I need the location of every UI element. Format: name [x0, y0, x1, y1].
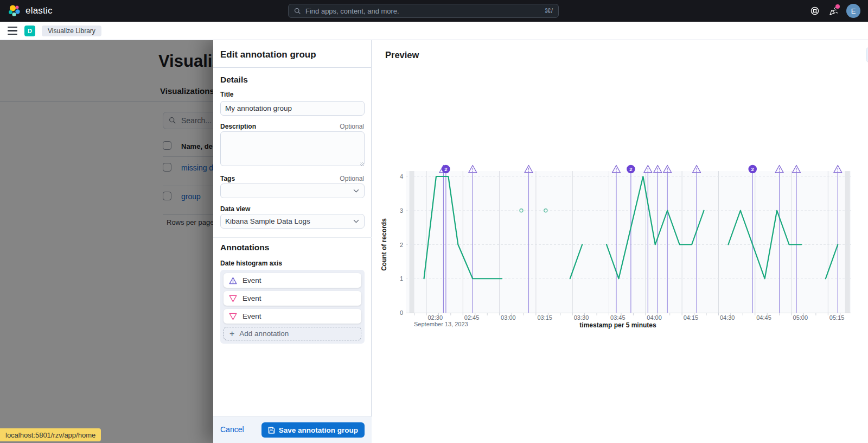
title-field[interactable]: [220, 101, 365, 116]
svg-text:05:00: 05:00: [793, 314, 808, 321]
description-optional: Optional: [340, 123, 364, 130]
svg-text:03:15: 03:15: [537, 314, 552, 321]
svg-text:2: 2: [444, 166, 447, 172]
divider: [213, 237, 372, 238]
avatar[interactable]: E: [846, 4, 860, 18]
screen: elastic Find apps, content, and more. ⌘/: [0, 0, 868, 443]
svg-text:0: 0: [400, 309, 403, 316]
annotations-list: Event Event Event + Add annotation: [220, 270, 365, 344]
svg-text:04:15: 04:15: [684, 314, 699, 321]
svg-text:2: 2: [400, 242, 403, 248]
global-search-input[interactable]: Find apps, content, and more. ⌘/: [288, 4, 559, 18]
svg-text:03:45: 03:45: [610, 314, 626, 321]
preview-panel: Preview Sep 13, 20 →: [372, 40, 868, 443]
annotation-label: Event: [242, 294, 261, 302]
save-annotation-group-button[interactable]: Save annotation group: [261, 422, 365, 438]
svg-text:04:30: 04:30: [720, 314, 735, 321]
top-header: elastic Find apps, content, and more. ⌘/: [0, 0, 868, 22]
data-view-select[interactable]: [220, 214, 365, 229]
details-heading: Details: [220, 75, 248, 85]
axis-label: Date histogram axis: [220, 260, 282, 267]
help-icon[interactable]: [809, 5, 820, 16]
search-shortcut: ⌘/: [545, 7, 553, 15]
svg-text:2: 2: [629, 166, 632, 172]
description-field[interactable]: [220, 131, 365, 166]
svg-text:02:45: 02:45: [464, 314, 480, 321]
svg-text:03:00: 03:00: [501, 314, 516, 321]
svg-text:Count of records: Count of records: [380, 218, 388, 271]
breadcrumb[interactable]: Visualize Library: [42, 26, 101, 36]
menu-icon[interactable]: [8, 27, 17, 35]
annotation-item[interactable]: Event: [224, 291, 361, 306]
annotations-heading: Annotations: [220, 243, 269, 252]
svg-text:3: 3: [400, 207, 403, 214]
description-label: Description: [220, 123, 256, 130]
add-annotation-button[interactable]: + Add annotation: [224, 327, 361, 340]
elastic-logo-icon: [8, 4, 21, 17]
triangle-down-icon: [229, 313, 237, 320]
annotation-item[interactable]: Event: [224, 309, 361, 324]
svg-text:2: 2: [751, 166, 754, 172]
title-label: Title: [220, 91, 233, 98]
tags-label: Tags: [220, 175, 235, 182]
svg-text:05:15: 05:15: [829, 314, 845, 321]
elastic-brand[interactable]: elastic: [8, 4, 53, 17]
annotation-item[interactable]: Event: [224, 273, 361, 288]
tags-optional: Optional: [340, 175, 364, 182]
annotation-label: Event: [242, 312, 261, 320]
svg-text:1: 1: [400, 275, 403, 282]
divider: [213, 67, 372, 68]
global-search-placeholder: Find apps, content, and more.: [305, 7, 545, 15]
triangle-up-alert-icon: [229, 277, 237, 284]
svg-text:04:00: 04:00: [647, 314, 662, 321]
data-view-label: Data view: [220, 205, 250, 213]
plus-icon: +: [229, 329, 234, 339]
svg-text:04:45: 04:45: [756, 314, 771, 321]
svg-text:timestamp per 5 minutes: timestamp per 5 minutes: [579, 321, 656, 329]
svg-text:03:30: 03:30: [574, 314, 589, 321]
date-picker: Sep 13, 20 → Sep 13, 20: [866, 47, 868, 62]
annotation-form: Edit annotation group Details Title Desc…: [213, 40, 372, 443]
search-icon: [294, 8, 301, 15]
preview-title: Preview: [385, 50, 419, 60]
news-icon[interactable]: [828, 5, 839, 16]
save-icon: [268, 427, 275, 434]
breadcrumb-bar: D Visualize Library: [0, 22, 868, 40]
annotation-label: Event: [242, 276, 261, 284]
tags-combobox[interactable]: [220, 183, 365, 198]
preview-chart: 2220123402:3002:4503:0003:1503:3003:4504…: [371, 163, 861, 334]
flyout-footer: Cancel Save annotation group: [213, 416, 372, 443]
svg-text:September 13, 2023: September 13, 2023: [414, 321, 468, 327]
edit-annotation-group-flyout: Edit annotation group Details Title Desc…: [213, 40, 868, 443]
flyout-title: Edit annotation group: [220, 49, 316, 60]
svg-text:02:30: 02:30: [428, 314, 443, 321]
cancel-button[interactable]: Cancel: [220, 425, 244, 434]
space-badge[interactable]: D: [24, 26, 35, 36]
brand-name: elastic: [25, 5, 53, 16]
notification-dot: [835, 4, 840, 9]
svg-text:4: 4: [400, 173, 403, 180]
triangle-down-icon: [229, 295, 237, 302]
status-url-tooltip: localhost:5801/rzv/app/home: [0, 428, 101, 441]
resize-handle[interactable]: [360, 162, 364, 166]
